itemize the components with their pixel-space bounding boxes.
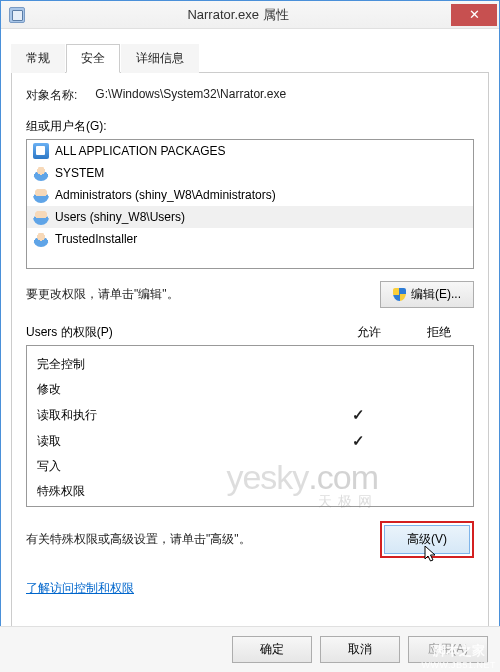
perm-name: 写入 — [37, 458, 323, 475]
permissions-box: 完全控制 修改 读取和执行 读取 写入 特殊权限 — [26, 345, 474, 507]
list-item-label: TrustedInstaller — [55, 232, 137, 246]
tab-panel-security: 对象名称: G:\Windows\System32\Narrator.exe 组… — [11, 73, 489, 628]
perm-allow — [323, 432, 393, 450]
list-item[interactable]: ALL APPLICATION PACKAGES — [27, 140, 473, 162]
package-icon — [33, 143, 49, 159]
perm-row: 读取和执行 — [27, 402, 473, 428]
object-name-row: 对象名称: G:\Windows\System32\Narrator.exe — [26, 87, 474, 104]
content-area: 常规 安全 详细信息 对象名称: G:\Windows\System32\Nar… — [1, 29, 499, 628]
list-item[interactable]: TrustedInstaller — [27, 228, 473, 250]
titlebar: Narrator.exe 属性 ✕ — [1, 1, 499, 29]
col-deny: 拒绝 — [404, 324, 474, 341]
permissions-header: Users 的权限(P) 允许 拒绝 — [26, 324, 474, 341]
list-item-label: Administrators (shiny_W8\Administrators) — [55, 188, 276, 202]
permissions-label: Users 的权限(P) — [26, 324, 334, 341]
perm-row: 特殊权限 — [27, 479, 473, 504]
tab-details[interactable]: 详细信息 — [121, 44, 199, 73]
col-allow: 允许 — [334, 324, 404, 341]
list-item-label: ALL APPLICATION PACKAGES — [55, 144, 226, 158]
list-item[interactable]: Administrators (shiny_W8\Administrators) — [27, 184, 473, 206]
groups-listbox[interactable]: ALL APPLICATION PACKAGES SYSTEM Administ… — [26, 139, 474, 269]
group-icon — [33, 209, 49, 225]
advanced-hint: 有关特殊权限或高级设置，请单击"高级"。 — [26, 531, 380, 548]
tab-strip: 常规 安全 详细信息 — [11, 43, 489, 73]
list-item[interactable]: SYSTEM — [27, 162, 473, 184]
advanced-button[interactable]: 高级(V) — [384, 525, 470, 554]
edit-button[interactable]: 编辑(E)... — [380, 281, 474, 308]
tab-general[interactable]: 常规 — [11, 44, 65, 73]
perm-name: 读取 — [37, 433, 323, 450]
user-icon — [33, 231, 49, 247]
groups-label: 组或用户名(G): — [26, 118, 474, 135]
perm-allow — [323, 406, 393, 424]
shield-icon — [393, 288, 406, 301]
object-name-value: G:\Windows\System32\Narrator.exe — [95, 87, 286, 104]
perm-name: 读取和执行 — [37, 407, 323, 424]
perm-row: 读取 — [27, 428, 473, 454]
ok-button[interactable]: 确定 — [232, 636, 312, 663]
dialog-buttons: 确定 取消 应用(A) — [0, 626, 500, 672]
user-icon — [33, 165, 49, 181]
list-item[interactable]: Users (shiny_W8\Users) — [27, 206, 473, 228]
learn-link[interactable]: 了解访问控制和权限 — [26, 580, 134, 597]
edit-button-label: 编辑(E)... — [411, 286, 461, 303]
perm-name: 完全控制 — [37, 356, 323, 373]
advanced-button-label: 高级(V) — [407, 532, 447, 546]
perm-name: 修改 — [37, 381, 323, 398]
window-title: Narrator.exe 属性 — [25, 6, 451, 24]
edit-hint-text: 要更改权限，请单击"编辑"。 — [26, 286, 380, 303]
edit-hint-row: 要更改权限，请单击"编辑"。 编辑(E)... — [26, 281, 474, 308]
app-icon — [9, 7, 25, 23]
properties-dialog: Narrator.exe 属性 ✕ 常规 安全 详细信息 对象名称: G:\Wi… — [0, 0, 500, 672]
list-item-label: SYSTEM — [55, 166, 104, 180]
perm-name: 特殊权限 — [37, 483, 323, 500]
tab-security[interactable]: 安全 — [66, 44, 120, 73]
group-icon — [33, 187, 49, 203]
cancel-button[interactable]: 取消 — [320, 636, 400, 663]
list-item-label: Users (shiny_W8\Users) — [55, 210, 185, 224]
perm-row: 完全控制 — [27, 352, 473, 377]
perm-row: 写入 — [27, 454, 473, 479]
object-name-label: 对象名称: — [26, 87, 77, 104]
advanced-row: 有关特殊权限或高级设置，请单击"高级"。 高级(V) — [26, 521, 474, 558]
advanced-highlight: 高级(V) — [380, 521, 474, 558]
close-button[interactable]: ✕ — [451, 4, 497, 26]
apply-button[interactable]: 应用(A) — [408, 636, 488, 663]
perm-row: 修改 — [27, 377, 473, 402]
